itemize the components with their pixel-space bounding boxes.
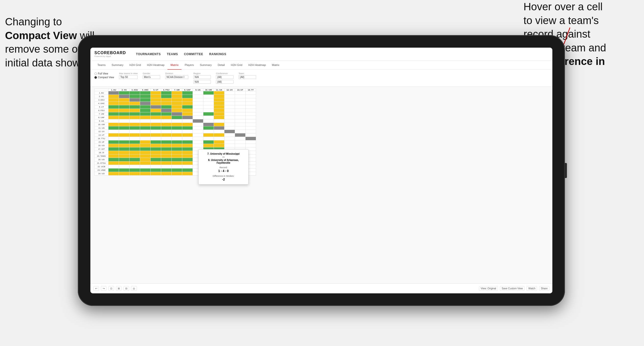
division-select[interactable]: NCAA Division I [165, 75, 188, 79]
matrix-cell[interactable] [214, 102, 224, 105]
matrix-cell[interactable] [203, 119, 214, 123]
matrix-cell[interactable] [140, 144, 151, 147]
matrix-cell[interactable] [235, 126, 246, 130]
matrix-cell[interactable] [161, 158, 172, 161]
matrix-cell[interactable] [108, 137, 119, 140]
matrix-cell[interactable] [161, 165, 172, 168]
table-row[interactable]: 16. UO [95, 144, 256, 147]
matrix-cell[interactable] [161, 140, 172, 144]
tablet-side-button[interactable] [565, 163, 567, 178]
table-row[interactable]: 9. UA [95, 119, 256, 123]
matrix-cell[interactable] [235, 116, 246, 119]
matrix-cell[interactable] [235, 112, 246, 116]
matrix-cell[interactable] [203, 109, 214, 112]
tab-h2h-grid2[interactable]: H2H Grid [228, 61, 245, 70]
matrix-cell[interactable] [119, 123, 130, 126]
matrix-cell[interactable] [130, 168, 140, 172]
matrix-cell[interactable] [119, 161, 130, 165]
matrix-cell[interactable] [130, 91, 140, 95]
matrix-cell[interactable] [119, 158, 130, 161]
matrix-area[interactable]: 1. AU2. VU3. ASU4. UNC5. UT6. FSU7. UM8.… [90, 86, 552, 283]
redo-button[interactable]: ↪ [101, 286, 106, 291]
matrix-cell[interactable] [161, 109, 172, 112]
matrix-cell[interactable] [130, 109, 140, 112]
matrix-cell[interactable] [203, 116, 214, 119]
matrix-cell[interactable] [119, 147, 130, 151]
matrix-cell[interactable] [214, 137, 224, 140]
matrix-cell[interactable] [246, 112, 256, 116]
matrix-cell[interactable] [140, 123, 151, 126]
matrix-cell[interactable] [119, 168, 130, 172]
matrix-cell[interactable] [193, 112, 203, 116]
matrix-cell[interactable] [130, 133, 140, 137]
matrix-cell[interactable] [193, 91, 203, 95]
conference-select2[interactable]: (All) [216, 80, 233, 84]
matrix-cell[interactable] [224, 126, 235, 130]
matrix-cell[interactable] [140, 168, 151, 172]
matrix-cell[interactable] [130, 95, 140, 98]
matrix-cell[interactable] [119, 102, 130, 105]
matrix-cell[interactable] [172, 172, 182, 176]
matrix-cell[interactable] [151, 130, 161, 133]
matrix-cell[interactable] [140, 137, 151, 140]
watch-button[interactable]: Watch [526, 286, 537, 291]
matrix-cell[interactable] [246, 98, 256, 102]
save-custom-button[interactable]: Save Custom View [500, 286, 524, 291]
matrix-cell[interactable] [140, 130, 151, 133]
matrix-cell[interactable] [246, 91, 256, 95]
matrix-cell[interactable] [224, 133, 235, 137]
matrix-cell[interactable] [203, 105, 214, 109]
max-teams-select[interactable]: Top 50 [119, 75, 138, 79]
table-row[interactable]: 4. UNC [95, 102, 256, 105]
matrix-cell[interactable] [151, 137, 161, 140]
full-view-dot[interactable] [94, 72, 97, 75]
matrix-cell[interactable] [214, 112, 224, 116]
matrix-cell[interactable] [182, 112, 193, 116]
matrix-cell[interactable] [246, 102, 256, 105]
matrix-cell[interactable] [224, 116, 235, 119]
matrix-cell[interactable] [161, 98, 172, 102]
matrix-cell[interactable] [140, 147, 151, 151]
matrix-cell[interactable] [140, 119, 151, 123]
matrix-cell[interactable] [172, 126, 182, 130]
matrix-cell[interactable] [203, 144, 214, 147]
toolbar-btn6[interactable]: ◎ [131, 286, 137, 291]
nav-committee[interactable]: COMMITTEE [184, 52, 203, 56]
matrix-cell[interactable] [161, 168, 172, 172]
matrix-cell[interactable] [119, 154, 130, 158]
matrix-cell[interactable] [203, 130, 214, 133]
matrix-cell[interactable] [203, 98, 214, 102]
matrix-cell[interactable] [108, 119, 119, 123]
matrix-cell[interactable] [224, 98, 235, 102]
tab-summary2[interactable]: Summary [197, 61, 215, 70]
matrix-cell[interactable] [214, 130, 224, 133]
matrix-cell[interactable] [182, 151, 193, 154]
matrix-cell[interactable] [140, 154, 151, 158]
table-row[interactable]: 15. UF [95, 140, 256, 144]
matrix-cell[interactable] [161, 144, 172, 147]
matrix-cell[interactable] [182, 95, 193, 98]
matrix-cell[interactable] [130, 140, 140, 144]
matrix-cell[interactable] [214, 123, 224, 126]
matrix-cell[interactable] [193, 105, 203, 109]
matrix-cell[interactable] [203, 123, 214, 126]
matrix-cell[interactable] [108, 140, 119, 144]
matrix-cell[interactable] [108, 133, 119, 137]
matrix-cell[interactable] [119, 109, 130, 112]
matrix-cell[interactable] [235, 130, 246, 133]
matrix-cell[interactable] [119, 91, 130, 95]
matrix-cell[interactable] [172, 98, 182, 102]
matrix-cell[interactable] [224, 144, 235, 147]
region-select2[interactable]: N/A [193, 80, 211, 84]
matrix-cell[interactable] [130, 116, 140, 119]
matrix-cell[interactable] [193, 116, 203, 119]
matrix-cell[interactable] [172, 147, 182, 151]
tab-teams[interactable]: Teams [94, 61, 108, 70]
matrix-cell[interactable] [203, 140, 214, 144]
matrix-cell[interactable] [151, 105, 161, 109]
matrix-cell[interactable] [246, 95, 256, 98]
matrix-cell[interactable] [172, 95, 182, 98]
matrix-cell[interactable] [193, 133, 203, 137]
matrix-cell[interactable] [182, 116, 193, 119]
matrix-cell[interactable] [140, 109, 151, 112]
